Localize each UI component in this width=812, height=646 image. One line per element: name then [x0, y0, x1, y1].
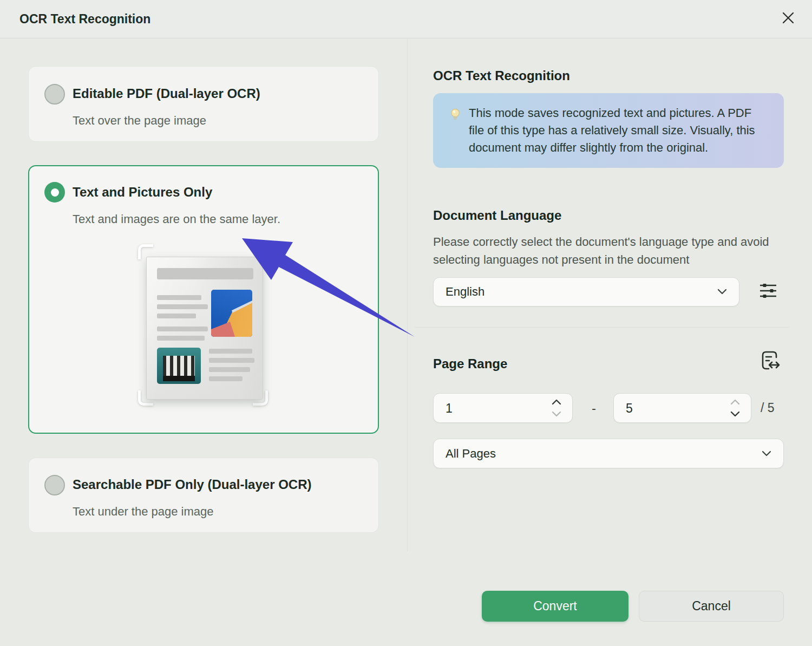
illustration-photo-buildings	[211, 290, 252, 337]
document-illustration	[146, 257, 263, 400]
info-box: This mode saves recognized text and pict…	[433, 93, 784, 168]
page-from-increment-button[interactable]	[552, 397, 561, 407]
chevron-down-icon	[762, 449, 771, 459]
page-range-separator: -	[586, 393, 602, 423]
convert-button[interactable]: Convert	[482, 591, 628, 622]
language-select-value: English	[446, 285, 484, 299]
ocr-dialog: OCR Text Recognition Editable PDF (Dual-…	[0, 0, 812, 646]
close-button[interactable]	[775, 6, 801, 31]
panel-divider	[407, 38, 408, 551]
illustration-title-block	[157, 268, 253, 279]
page-total-label: / 5	[761, 393, 775, 423]
document-language-heading: Document Language	[433, 208, 561, 223]
radio-text-and-pictures[interactable]	[44, 182, 65, 203]
page-range-mode-button[interactable]	[757, 349, 782, 376]
mode-subtitle: Text over the page image	[73, 114, 206, 128]
page-scope-value: All Pages	[446, 447, 496, 461]
page-from-decrement-button[interactable]	[552, 409, 561, 419]
dialog-titlebar: OCR Text Recognition	[0, 0, 812, 38]
page-from-value: 1	[446, 401, 453, 415]
illustration-photo-facade	[157, 348, 201, 384]
mode-card-editable-pdf[interactable]: Editable PDF (Dual-layer OCR) Text over …	[28, 66, 379, 142]
mode-card-text-and-pictures[interactable]: Text and Pictures Only Text and images a…	[28, 165, 379, 434]
cancel-button[interactable]: Cancel	[639, 591, 784, 622]
radio-editable-pdf[interactable]	[44, 84, 65, 105]
cancel-button-label: Cancel	[692, 599, 731, 614]
info-text: This mode saves recognized text and pict…	[469, 105, 770, 156]
page-to-decrement-button[interactable]	[730, 409, 740, 419]
mode-title: Text and Pictures Only	[73, 185, 212, 200]
page-to-value: 5	[626, 401, 633, 415]
page-range-heading: Page Range	[433, 356, 507, 371]
mode-card-searchable-pdf[interactable]: Searchable PDF Only (Dual-layer OCR) Tex…	[28, 458, 379, 533]
radio-searchable-pdf[interactable]	[44, 475, 65, 495]
document-language-description: Please correctly select the document's l…	[433, 233, 780, 269]
close-icon	[780, 10, 796, 28]
page-from-input[interactable]: 1	[433, 393, 573, 423]
dialog-title: OCR Text Recognition	[19, 0, 150, 38]
convert-button-label: Convert	[533, 599, 577, 614]
language-settings-button[interactable]	[757, 280, 780, 303]
page-range-icon	[757, 348, 782, 377]
language-select[interactable]: English	[433, 277, 739, 306]
panel-heading: OCR Text Recognition	[433, 68, 570, 83]
mode-subtitle: Text under the page image	[73, 505, 214, 519]
page-scope-select[interactable]: All Pages	[433, 439, 784, 468]
mode-title: Searchable PDF Only (Dual-layer OCR)	[73, 477, 311, 492]
page-to-input[interactable]: 5	[613, 393, 751, 423]
mode-subtitle: Text and images are on the same layer.	[73, 212, 280, 226]
sliders-icon	[758, 281, 778, 303]
chevron-down-icon	[717, 287, 727, 297]
lightbulb-icon	[448, 107, 462, 125]
mode-title: Editable PDF (Dual-layer OCR)	[73, 86, 260, 101]
section-divider	[415, 327, 789, 328]
page-to-increment-button[interactable]	[730, 397, 740, 407]
